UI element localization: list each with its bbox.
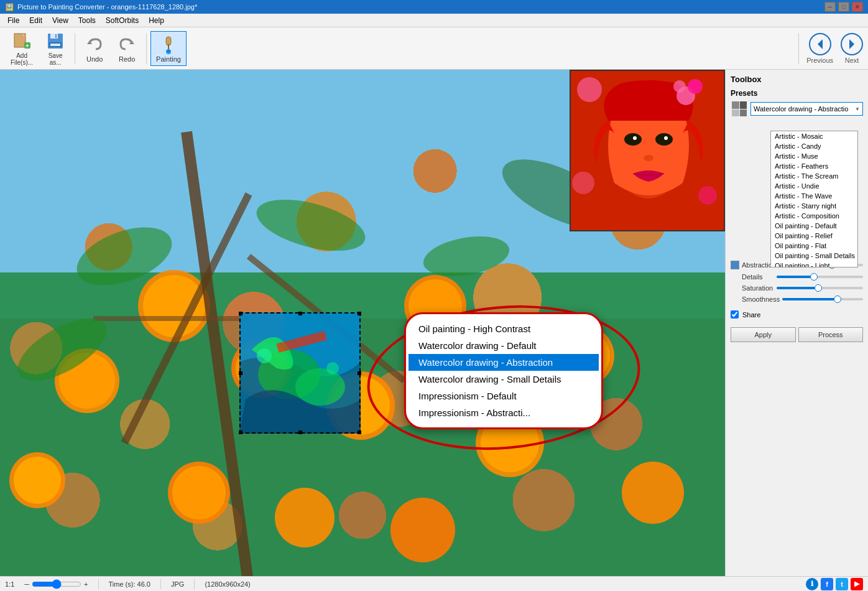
selection-painting xyxy=(239,312,361,434)
svg-point-56 xyxy=(624,133,642,146)
enlarged-dropdown-overlay: Oil painting - High Contrast Watercolor … xyxy=(404,312,603,429)
nav-separator xyxy=(798,33,799,64)
title-bar-left: 🖼️ Picture to Painting Converter - orang… xyxy=(5,3,197,11)
preset-item-8[interactable]: Artistic - Composition xyxy=(771,211,857,221)
menu-tools[interactable]: Tools xyxy=(73,15,101,26)
redo-icon xyxy=(117,34,137,54)
status-sep-2 xyxy=(160,579,161,589)
preview-image xyxy=(570,70,725,231)
toolbar-sep-1 xyxy=(75,33,75,64)
menu-softorbits[interactable]: SoftOrbits xyxy=(101,15,144,26)
enlarged-item-5[interactable]: Impressionism - Abstracti... xyxy=(409,404,599,421)
zoom-control: ─ + xyxy=(24,579,88,589)
share-label[interactable]: Share xyxy=(742,311,760,319)
twitter-icon[interactable]: t xyxy=(836,578,848,590)
smoothness-label: Smoothness xyxy=(731,296,780,303)
next-label: Next xyxy=(845,57,859,64)
next-button[interactable]: Next xyxy=(838,30,866,67)
svg-point-59 xyxy=(664,136,668,140)
social-icons: ℹ f t ▶ xyxy=(806,578,863,590)
menu-bar: File Edit View Tools SoftOrbits Help xyxy=(0,14,868,27)
menu-edit[interactable]: Edit xyxy=(24,15,47,26)
title-bar-controls[interactable]: ─ □ ✕ xyxy=(824,2,863,12)
add-files-button[interactable]: + Add File(s)... xyxy=(5,28,39,69)
zoom-plus-icon[interactable]: + xyxy=(84,580,88,588)
preset-item-0[interactable]: Artistic - Mosaic xyxy=(771,131,857,141)
enlarged-item-0[interactable]: Oil painting - High Contrast xyxy=(409,320,599,337)
svg-point-61 xyxy=(577,77,602,102)
details-label: Details xyxy=(731,273,774,281)
save-icon xyxy=(45,31,65,51)
abstraction-color-swatch xyxy=(731,261,739,269)
svg-point-55 xyxy=(673,80,686,93)
minimize-button[interactable]: ─ xyxy=(824,2,836,12)
previous-button[interactable]: Previous xyxy=(804,30,836,67)
zoom-level: 1:1 xyxy=(5,580,14,588)
presets-section: Presets Watercolor drawing - Abstractio … xyxy=(731,89,863,118)
menu-file[interactable]: File xyxy=(2,15,24,26)
enlarged-item-1[interactable]: Watercolor drawing - Default xyxy=(409,337,599,354)
apply-button[interactable]: Apply xyxy=(731,327,796,342)
undo-label: Undo xyxy=(86,55,103,63)
enlarged-item-4[interactable]: Impressionism - Default xyxy=(409,388,599,404)
preset-item-12[interactable]: Oil painting - Small Details xyxy=(771,251,857,261)
preset-item-11[interactable]: Oil painting - Flat xyxy=(771,241,857,251)
details-thumb[interactable] xyxy=(810,273,818,281)
menu-help[interactable]: Help xyxy=(144,15,169,26)
painting-button[interactable]: Painting xyxy=(150,31,187,66)
preset-item-4[interactable]: Artistic - The Scream xyxy=(771,171,857,181)
zoom-minus-icon[interactable]: ─ xyxy=(24,580,29,588)
painting-label: Painting xyxy=(156,55,181,63)
svg-point-63 xyxy=(572,172,594,194)
preset-item-9[interactable]: Oil painting - Default xyxy=(771,221,857,231)
enlarged-item-3[interactable]: Watercolor drawing - Small Details xyxy=(409,371,599,388)
close-button[interactable]: ✕ xyxy=(852,2,863,12)
smoothness-thumb[interactable] xyxy=(834,296,841,303)
svg-point-66 xyxy=(295,368,345,406)
presets-small-icon xyxy=(732,101,747,116)
save-as-button[interactable]: Save as... xyxy=(40,28,71,69)
svg-marker-18 xyxy=(849,39,854,49)
presets-dropdown-container: Watercolor drawing - Abstractio ▼ Artist… xyxy=(750,102,863,116)
share-checkbox[interactable] xyxy=(731,310,739,319)
youtube-icon[interactable]: ▶ xyxy=(851,578,863,590)
painted-selection-preview xyxy=(239,312,361,434)
preset-item-2[interactable]: Artistic - Muse xyxy=(771,151,857,161)
preset-item-1[interactable]: Artistic - Candy xyxy=(771,141,857,151)
details-slider[interactable] xyxy=(777,276,863,278)
preset-item-10[interactable]: Oil painting - Relief xyxy=(771,231,857,241)
svg-point-57 xyxy=(655,133,673,146)
preview-painting xyxy=(571,71,725,231)
preset-item-13[interactable]: Oil painting - Light xyxy=(771,261,857,268)
undo-button[interactable]: Undo xyxy=(79,31,110,66)
status-bar: 1:1 ─ + Time (s): 46.0 JPG (1280x960x24)… xyxy=(0,576,868,591)
facebook-icon[interactable]: f xyxy=(821,578,833,590)
preset-item-3[interactable]: Artistic - Feathers xyxy=(771,161,857,171)
window-title: Picture to Painting Converter - oranges-… xyxy=(17,3,197,11)
maximize-button[interactable]: □ xyxy=(838,2,849,12)
status-sep-1 xyxy=(98,579,99,589)
toolbox-controls: Abstraction Details Saturation xyxy=(731,261,863,342)
preset-item-6[interactable]: Artistic - The Wave xyxy=(771,191,857,201)
canvas-area[interactable]: Oil painting - High Contrast Watercolor … xyxy=(0,70,725,576)
redo-button[interactable]: Redo xyxy=(111,31,142,66)
smoothness-slider[interactable] xyxy=(782,298,863,300)
undo-icon xyxy=(85,34,104,54)
enlarged-item-2[interactable]: Watercolor drawing - Abstraction xyxy=(409,354,599,371)
info-icon[interactable]: ℹ xyxy=(806,578,818,590)
save-as-label: Save as... xyxy=(48,52,63,66)
previous-icon xyxy=(809,33,831,55)
saturation-slider[interactable] xyxy=(777,287,863,289)
svg-marker-16 xyxy=(818,39,823,49)
presets-combobox[interactable]: Watercolor drawing - Abstractio ▼ xyxy=(750,102,863,116)
svg-point-69 xyxy=(326,362,339,375)
preset-item-7[interactable]: Artistic - Starry night xyxy=(771,201,857,211)
saturation-thumb[interactable] xyxy=(815,284,822,292)
preset-item-5[interactable]: Artistic - Undie xyxy=(771,181,857,191)
zoom-slider[interactable] xyxy=(32,579,81,589)
presets-dropdown-list[interactable]: Artistic - Mosaic Artistic - Candy Artis… xyxy=(770,131,858,268)
nav-area: Previous Next xyxy=(796,27,866,70)
menu-view[interactable]: View xyxy=(47,15,73,26)
process-button[interactable]: Process xyxy=(798,327,864,342)
presets-row: Watercolor drawing - Abstractio ▼ Artist… xyxy=(731,100,863,118)
